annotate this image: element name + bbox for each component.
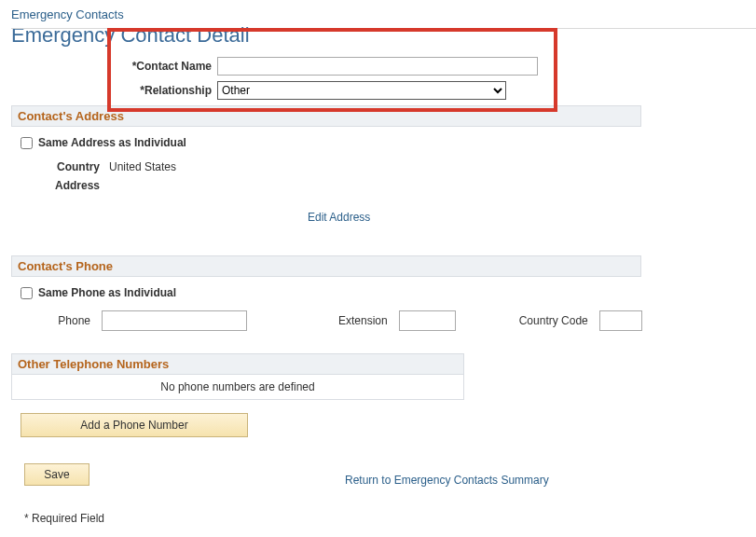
section-other-phones: Other Telephone Numbers [11, 353, 464, 375]
country-value: United States [109, 160, 176, 173]
relationship-select[interactable]: Other [217, 81, 506, 100]
phone-label: Phone [21, 314, 94, 327]
other-phones-empty: No phone numbers are defined [11, 375, 464, 400]
divider [11, 28, 756, 29]
section-contact-phone: Contact's Phone [11, 255, 641, 277]
extension-input[interactable] [399, 310, 456, 331]
same-address-checkbox[interactable] [21, 137, 33, 149]
contact-name-label: *Contact Name [11, 60, 217, 73]
same-phone-row[interactable]: Same Phone as Individual [21, 286, 745, 299]
country-label: Country [21, 160, 109, 173]
country-code-label: Country Code [519, 314, 592, 327]
return-link[interactable]: Return to Emergency Contacts Summary [345, 474, 549, 487]
country-code-input[interactable] [599, 310, 642, 331]
section-contact-address: Contact's Address [11, 105, 641, 127]
address-label: Address [21, 179, 109, 192]
same-phone-checkbox[interactable] [21, 287, 33, 299]
contact-name-input[interactable] [217, 57, 538, 76]
same-address-label: Same Address as Individual [38, 136, 186, 149]
relationship-label: *Relationship [11, 84, 217, 97]
save-button[interactable]: Save [24, 463, 89, 486]
add-phone-button[interactable]: Add a Phone Number [21, 413, 248, 437]
phone-input[interactable] [102, 310, 247, 331]
required-field-note: * Required Field [24, 512, 745, 525]
breadcrumb[interactable]: Emergency Contacts [11, 7, 745, 21]
same-address-row[interactable]: Same Address as Individual [21, 136, 745, 149]
same-phone-label: Same Phone as Individual [38, 286, 176, 299]
page-title: Emergency Contact Detail [11, 23, 745, 48]
extension-label: Extension [338, 314, 392, 327]
edit-address-link[interactable]: Edit Address [308, 211, 370, 224]
